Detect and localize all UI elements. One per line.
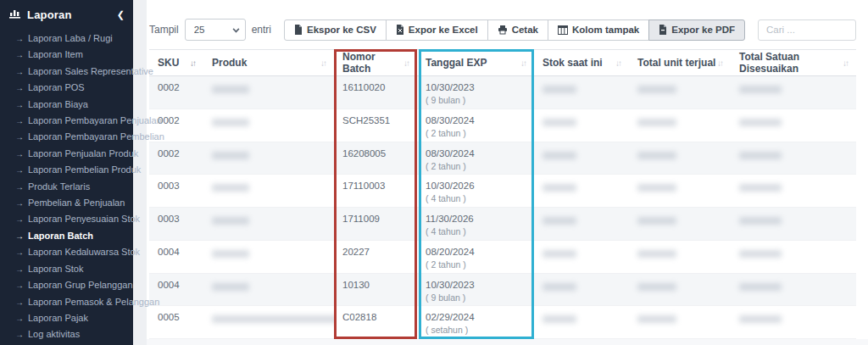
sidebar-item-laporan-pajak[interactable]: →Laporan Pajak xyxy=(0,310,133,326)
cell-tanggal-exp: 10/30/2023( 9 bulan ) xyxy=(417,274,534,306)
column-header-total-satuan-disesuaikan[interactable]: Total Satuan Disesuaikan↓↑ xyxy=(731,50,856,75)
exp-date: 08/20/2024 xyxy=(426,247,526,257)
sidebar-item-log-aktivitas[interactable]: →Log aktivitas xyxy=(0,326,133,342)
cell-total-satuan-disesuaikan-redacted xyxy=(731,274,856,306)
column-header-sku[interactable]: SKU↓↑ xyxy=(149,50,203,75)
file-pdf-icon xyxy=(659,25,667,35)
cell-stok-saat-ini-redacted xyxy=(534,208,629,240)
table-body: 00021611002010/30/2023( 9 bulan )0002SCH… xyxy=(149,76,856,339)
expor-ke-pdf-button[interactable]: Expor ke PDF xyxy=(648,19,745,41)
sidebar-item-laporan-sales-representative[interactable]: →Laporan Sales Representative xyxy=(0,64,133,80)
sort-icon[interactable]: ↓↑ xyxy=(843,58,848,68)
table-row[interactable]: 0003171100911/30/2026( 4 tahun ) xyxy=(149,208,856,241)
arrow-right-icon: → xyxy=(15,99,24,110)
sort-icon[interactable]: ↓↑ xyxy=(403,58,409,68)
exp-note: ( 2 tahun ) xyxy=(426,259,526,270)
sidebar-item-laporan-grup-pelanggan[interactable]: →Laporan Grup Pelanggan xyxy=(0,277,133,293)
column-label: Stok saat ini xyxy=(542,57,603,69)
table-row[interactable]: 00042022708/20/2024( 2 tahun ) xyxy=(149,241,856,274)
cell-total-unit-terjual-redacted xyxy=(629,306,731,338)
redacted-text xyxy=(637,119,676,126)
sidebar-item-laporan-kedaluwarsa-stok[interactable]: →Laporan Kedaluwarsa Stok xyxy=(0,244,133,260)
sidebar-item-laporan-item[interactable]: →Laporan Item xyxy=(0,47,133,63)
sidebar-item-laporan-pemasok-pelanggan[interactable]: →Laporan Pemasok & Pelanggan xyxy=(0,294,133,310)
sort-icon[interactable]: ↓↑ xyxy=(320,58,326,68)
arrow-right-icon: → xyxy=(15,247,24,258)
arrow-right-icon: → xyxy=(15,198,24,209)
sidebar-item-pembelian-penjualan[interactable]: →Pembelian & Penjualan xyxy=(0,195,133,211)
column-label: SKU xyxy=(158,57,179,69)
column-header-nomor-batch[interactable]: Nomor Batch↓↑ xyxy=(334,50,417,75)
cetak-button[interactable]: Cetak xyxy=(487,19,548,41)
export-button-group: Ekspor ke CSVExpor ke ExcelCetakKolom ta… xyxy=(284,19,745,41)
sort-icon[interactable]: ↓↑ xyxy=(717,58,722,68)
table-row[interactable]: 00041013010/30/2023( 9 bulan ) xyxy=(149,274,856,307)
search-input[interactable] xyxy=(758,19,856,41)
redacted-text xyxy=(542,152,576,159)
cell-total-unit-terjual-redacted xyxy=(629,109,731,142)
page-size-select[interactable]: 25 xyxy=(185,19,246,41)
redacted-text xyxy=(637,283,676,291)
table-row[interactable]: 00031711000310/30/2026( 4 tahun ) xyxy=(149,175,856,208)
cell-tanggal-exp: 11/30/2026( 4 tahun ) xyxy=(417,208,534,240)
table-row[interactable]: 0002SCH2535108/30/2024( 2 tahun ) xyxy=(149,109,856,142)
redacted-text xyxy=(212,152,249,159)
bottom-strip xyxy=(147,339,868,345)
ekspor-ke-csv-button[interactable]: Ekspor ke CSV xyxy=(284,19,387,41)
sidebar-item-laporan-pos[interactable]: →Laporan POS xyxy=(0,80,133,96)
sidebar-item-laporan-stok[interactable]: →Laporan Stok xyxy=(0,261,133,277)
cell-total-satuan-disesuaikan-redacted xyxy=(731,208,856,240)
column-label: Total unit terjual xyxy=(637,57,715,69)
redacted-text xyxy=(637,315,676,323)
cell-total-unit-terjual-redacted xyxy=(629,175,731,207)
sidebar-item-produk-terlaris[interactable]: →Produk Terlaris xyxy=(0,179,133,195)
sidebar-item-laporan-batch[interactable]: →Laporan Batch xyxy=(0,228,133,244)
sidebar-item-laporan-laba-rugi[interactable]: →Laporan Laba / Rugi xyxy=(0,31,133,47)
cell-total-unit-terjual-redacted xyxy=(629,142,731,175)
arrow-right-icon: → xyxy=(15,181,24,192)
table-row[interactable]: 00021620800508/30/2024( 2 tahun ) xyxy=(149,142,856,175)
kolom-tampak-button[interactable]: Kolom tampak xyxy=(548,19,649,41)
sidebar-item-laporan-pembelian-produk[interactable]: →Laporan Pembelian Produk xyxy=(0,162,133,178)
column-header-total-unit-terjual[interactable]: Total unit terjual↓↑ xyxy=(629,50,731,75)
cell-total-satuan-disesuaikan-redacted xyxy=(731,76,856,109)
column-header-produk[interactable]: Produk↓↑ xyxy=(203,50,334,75)
sort-icon[interactable]: ↓↑ xyxy=(520,58,526,68)
sort-icon[interactable]: ↓↑ xyxy=(615,58,620,68)
sidebar-item-label: Pembelian & Penjualan xyxy=(28,198,125,209)
cell-stok-saat-ini-redacted xyxy=(534,241,629,273)
cell-nomor-batch: 20227 xyxy=(334,241,417,273)
cell-tanggal-exp: 10/30/2023( 9 bulan ) xyxy=(417,76,534,109)
page-length-control: Tampil 25 entri xyxy=(149,19,271,41)
cell-nomor-batch: 16110020 xyxy=(334,76,417,109)
redacted-text xyxy=(637,184,676,192)
arrow-right-icon: → xyxy=(15,49,24,60)
column-header-tanggal-exp[interactable]: Tanggal EXP↓↑ xyxy=(417,50,534,75)
button-label: Cetak xyxy=(512,25,538,35)
arrow-right-icon: → xyxy=(15,66,24,77)
cell-total-satuan-disesuaikan-redacted xyxy=(731,175,856,207)
cell-sku: 0002 xyxy=(149,142,203,175)
exp-note: ( 4 tahun ) xyxy=(426,193,526,203)
chevron-left-collapse-icon[interactable]: ❮ xyxy=(117,9,125,20)
sidebar-item-laporan-biaya[interactable]: →Laporan Biaya xyxy=(0,97,133,113)
redacted-text xyxy=(212,283,249,291)
arrow-right-icon: → xyxy=(15,280,24,291)
sidebar-item-laporan-penyesuaian-stok[interactable]: →Laporan Penyesuaian Stok xyxy=(0,211,133,227)
table-row[interactable]: 00021611002010/30/2023( 9 bulan ) xyxy=(149,76,856,109)
bar-chart-icon xyxy=(8,7,21,22)
sidebar-item-laporan-pembayaran-pembelian[interactable]: →Laporan Pembayaran Pembelian xyxy=(0,129,133,145)
cell-produk-redacted xyxy=(203,109,334,142)
cell-produk-redacted xyxy=(203,306,334,338)
sidebar-item-laporan-pembayaran-penjualan[interactable]: →Laporan Pembayaran Penjualan xyxy=(0,113,133,129)
cell-tanggal-exp: 08/20/2024( 2 tahun ) xyxy=(417,241,534,273)
cell-nomor-batch: 17110003 xyxy=(334,175,417,207)
sidebar-item-laporan-penjualan-produk[interactable]: →Laporan Penjualan Produk xyxy=(0,146,133,162)
expor-ke-excel-button[interactable]: Expor ke Excel xyxy=(386,19,488,41)
column-header-stok-saat-ini[interactable]: Stok saat ini↓↑ xyxy=(534,50,629,75)
sort-icon[interactable]: ↓↑ xyxy=(190,58,195,68)
sidebar-item-label: Laporan Pemasok & Pelanggan xyxy=(28,297,159,308)
redacted-text xyxy=(739,152,782,159)
exp-note: ( 9 bulan ) xyxy=(426,292,526,303)
table-row[interactable]: 0005C0281802/29/2024( setahun ) xyxy=(149,306,856,339)
